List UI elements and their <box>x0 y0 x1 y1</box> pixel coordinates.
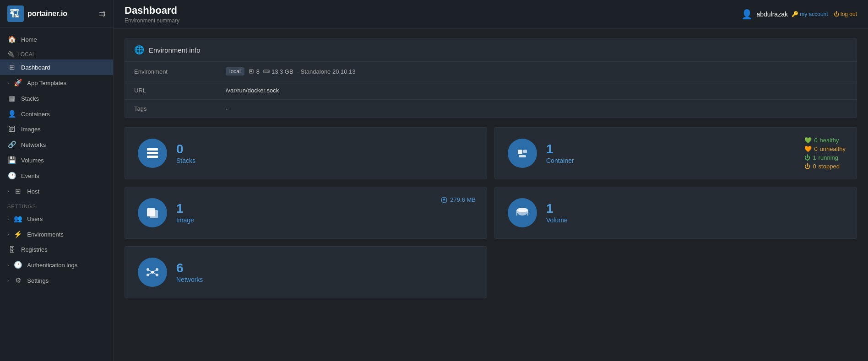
image-size-badge: 279.6 MB <box>441 196 476 203</box>
stopped-stat: ⏻ 0 stopped <box>804 163 846 170</box>
user-avatar-icon: 👤 <box>741 9 753 20</box>
networks-label: Networks <box>176 276 203 283</box>
local-icon: 🔌 <box>7 51 15 58</box>
env-type: - Standalone 20.10.13 <box>297 68 356 75</box>
chevron-right-icon-envs: › <box>7 232 9 237</box>
svg-text:🏗: 🏗 <box>10 8 20 20</box>
sidebar-item-app-templates[interactable]: › 🚀 App Templates <box>0 75 113 91</box>
networks-icon: 🔗 <box>7 140 16 149</box>
env-url-value: /var/run/docker.sock <box>217 81 857 99</box>
svg-rect-9 <box>147 148 158 151</box>
env-name-badge: local <box>226 67 244 75</box>
sidebar-item-home[interactable]: 🏠 Home <box>0 32 113 47</box>
sidebar-item-settings[interactable]: › ⚙ Settings <box>0 273 113 288</box>
chevron-right-icon: › <box>7 81 9 86</box>
svg-rect-10 <box>147 152 158 154</box>
power-green-icon: ⏻ <box>804 154 810 161</box>
stacks-icon-circle <box>138 139 167 168</box>
volume-stat-card[interactable]: 1 Volume <box>494 187 857 239</box>
portainer-logo-icon: 🏗 <box>7 5 24 22</box>
svg-rect-5 <box>265 71 265 72</box>
container-label: Container <box>546 157 574 164</box>
networks-stat-info: 6 Networks <box>176 261 203 284</box>
sidebar-item-volumes[interactable]: 💾 Volumes <box>0 152 113 168</box>
settings-section-header: SETTINGS <box>0 199 113 211</box>
chevron-right-icon-users: › <box>7 216 9 221</box>
stats-grid-middle: 1 Image 279.6 MB <box>125 187 857 239</box>
env-info-icon: 🌐 <box>134 45 144 55</box>
sidebar-item-dashboard[interactable]: ⊞ Dashboard <box>0 59 113 75</box>
networks-stat-card[interactable]: 6 Networks <box>125 246 487 298</box>
cpu-icon: 8 <box>248 68 260 75</box>
container-stat-card[interactable]: 1 Container 💚 0 healthy 🧡 0 unhealthy <box>494 127 857 179</box>
sidebar-item-registries[interactable]: 🗄 Registries <box>0 242 113 257</box>
healthy-stat: 💚 0 healthy <box>804 137 846 144</box>
svg-rect-6 <box>266 71 266 72</box>
svg-line-29 <box>152 272 157 275</box>
volume-label: Volume <box>546 216 568 224</box>
user-name: abdulrazak <box>756 11 788 18</box>
sidebar-item-environments[interactable]: › ⚡ Environments <box>0 226 113 242</box>
dashboard-content: 🌐 Environment info Environment local 8 <box>114 29 868 361</box>
env-tags-value: - <box>217 100 857 118</box>
users-icon: 👥 <box>13 215 22 223</box>
sidebar: 🏗 portainer.io ⇉ 🏠 Home 🔌 LOCAL ⊞ Dashbo… <box>0 0 114 361</box>
events-icon: 🕐 <box>7 172 16 180</box>
sidebar-toggle-icon[interactable]: ⇉ <box>99 9 106 19</box>
containers-icon: 👤 <box>7 110 16 118</box>
empty-placeholder <box>494 246 857 298</box>
volume-stat-info: 1 Volume <box>546 202 568 224</box>
svg-rect-11 <box>147 156 158 158</box>
topbar-title-area: Dashboard Environment summary <box>125 5 179 24</box>
chevron-right-icon-host: › <box>7 189 9 194</box>
svg-line-27 <box>152 269 157 272</box>
auth-logs-icon: 🕐 <box>13 261 22 269</box>
nav-main: 🏠 Home 🔌 LOCAL ⊞ Dashboard › 🚀 App Templ… <box>0 28 113 292</box>
dashboard-icon: ⊞ <box>7 63 16 71</box>
local-section-header: 🔌 LOCAL <box>0 47 113 59</box>
power-orange-icon: ⏻ <box>804 163 810 170</box>
app-templates-icon: 🚀 <box>13 79 22 87</box>
networks-count: 6 <box>176 261 203 275</box>
image-icon-circle <box>138 198 167 227</box>
sidebar-item-host[interactable]: › ⊞ Host <box>0 183 113 199</box>
sidebar-item-stacks[interactable]: ▦ Stacks <box>0 91 113 106</box>
topbar: Dashboard Environment summary 👤 abdulraz… <box>114 0 868 29</box>
image-count: 1 <box>176 202 194 216</box>
sidebar-item-containers[interactable]: 👤 Containers <box>0 106 113 122</box>
sidebar-item-networks[interactable]: 🔗 Networks <box>0 137 113 152</box>
logo-area: 🏗 portainer.io ⇉ <box>0 0 113 28</box>
svg-rect-13 <box>523 150 527 153</box>
container-icon-circle <box>508 139 537 168</box>
env-info-header: 🌐 Environment info <box>125 38 857 62</box>
sidebar-item-users[interactable]: › 👥 Users <box>0 211 113 226</box>
stacks-label: Stacks <box>176 157 195 164</box>
url-row: URL /var/run/docker.sock <box>125 81 857 100</box>
main-content: Dashboard Environment summary 👤 abdulraz… <box>114 0 868 361</box>
tags-row: Tags - <box>125 100 857 118</box>
log-out-link[interactable]: ⏻ log out <box>834 11 857 17</box>
sidebar-item-images[interactable]: 🖼 Images <box>0 122 113 137</box>
home-icon: 🏠 <box>7 35 16 43</box>
brand-name: portainer.io <box>27 10 67 18</box>
svg-rect-3 <box>250 70 252 72</box>
stats-grid-top: 0 Stacks 1 Container <box>125 127 857 179</box>
container-stat-info: 1 Container <box>546 142 574 165</box>
memory-icon: 13.3 GB <box>263 68 293 75</box>
user-links: 🔑 my account ⏻ log out <box>792 11 857 17</box>
my-account-link[interactable]: 🔑 my account <box>792 11 828 17</box>
page-subtitle: Environment summary <box>125 17 179 24</box>
sidebar-item-events[interactable]: 🕐 Events <box>0 168 113 183</box>
page-title: Dashboard <box>125 5 179 16</box>
images-icon: 🖼 <box>7 125 16 133</box>
registries-icon: 🗄 <box>7 246 16 253</box>
stacks-stat-info: 0 Stacks <box>176 142 195 165</box>
stacks-stat-card[interactable]: 0 Stacks <box>125 127 487 179</box>
chevron-right-icon-auth: › <box>7 263 9 268</box>
image-stat-card[interactable]: 1 Image 279.6 MB <box>125 187 487 239</box>
image-label: Image <box>176 216 194 224</box>
heart-green-icon: 💚 <box>804 137 812 144</box>
sidebar-item-auth-logs[interactable]: › 🕐 Authentication logs <box>0 257 113 273</box>
env-info-table: Environment local 8 13.3 GB - Standalone… <box>125 62 857 118</box>
svg-line-26 <box>148 269 152 272</box>
